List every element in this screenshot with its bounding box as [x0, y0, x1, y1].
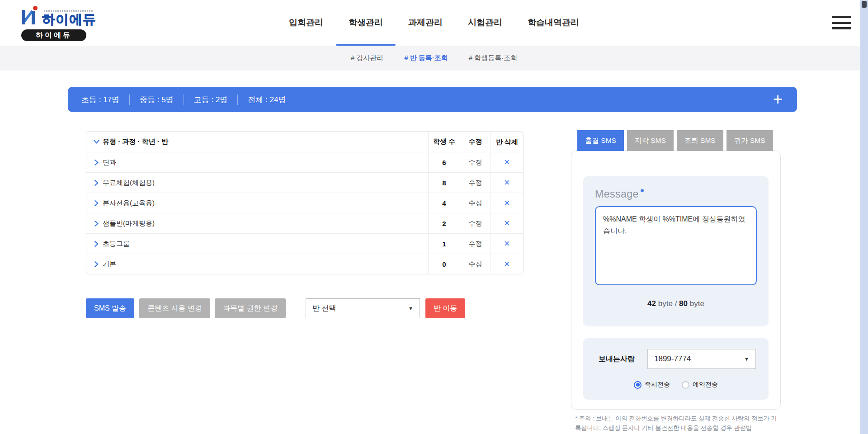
- header: 하이에듀 하이에듀 입회관리 학생관리 과제관리 시험관리 학습내역관리: [0, 0, 868, 45]
- student-count: 2: [428, 213, 460, 233]
- message-label: Message: [595, 188, 644, 200]
- edit-link[interactable]: 수정: [460, 213, 491, 233]
- chevron-down-icon: [94, 140, 99, 144]
- class-group-name: 기본: [103, 260, 116, 269]
- main-nav: 입회관리 학생관리 과제관리 시험관리 학습내역관리: [289, 0, 579, 45]
- sms-notice: * 주의 : 보내는 이의 전화번호를 변경하더라도 실제 전송한 사람의 정보…: [575, 414, 779, 433]
- student-count: 1: [428, 234, 460, 254]
- class-group-name: 초등그룹: [103, 240, 130, 248]
- class-group[interactable]: 단과: [86, 152, 428, 172]
- sender-section: 보내는사람 1899-7774 ▼ 즉시전송 예약전송: [583, 338, 769, 400]
- move-class-button[interactable]: 반 이동: [425, 298, 465, 318]
- subnav: # 강사관리 # 반 등록·조회 # 학생등록·조회: [0, 46, 868, 71]
- sms-tab[interactable]: 조퇴 SMS: [677, 130, 723, 151]
- class-group-name: 본사전용(교육용): [103, 199, 155, 208]
- sms-tab[interactable]: 귀가 SMS: [726, 130, 773, 151]
- table-rows: 단과 6 수정 × 무료체험(체험용) 8 수정 ×: [86, 152, 523, 274]
- nav-item-label: 학습내역관리: [528, 17, 579, 28]
- content-change-button[interactable]: 콘텐츠 사용 변경: [139, 298, 210, 318]
- subject-permission-button[interactable]: 과목별 권한 변경: [215, 298, 286, 318]
- table-row: 단과 6 수정 ×: [86, 152, 523, 172]
- subnav-item-label: # 반 등록·조회: [404, 54, 448, 61]
- edit-link[interactable]: 수정: [460, 193, 491, 213]
- required-dot-icon: [641, 189, 644, 192]
- subnav-item-label: # 학생등록·조회: [469, 54, 518, 61]
- class-group[interactable]: 무료체험(체험용): [86, 173, 428, 193]
- message-section: Message %%NAME 학생이 %%TIME에 정상등원하였습니다. 42…: [583, 176, 769, 326]
- table-row: 무료체험(체험용) 8 수정 ×: [86, 172, 523, 193]
- byte-counter: 42 byte / 80 byte: [595, 299, 757, 308]
- add-class-button[interactable]: +: [770, 91, 785, 108]
- edit-link[interactable]: 수정: [460, 234, 491, 254]
- sender-select-value: 1899-7774: [654, 354, 691, 363]
- nav-item-label: 입회관리: [289, 17, 323, 28]
- sms-tabs: 출결 SMS 지각 SMS 조퇴 SMS 귀가 SMS: [577, 130, 773, 151]
- class-table: 유형 · 과정 · 학년 · 반 학생 수 수정 반 삭제 단과 6 수정 ×: [86, 131, 524, 274]
- chevron-right-icon: [94, 160, 99, 165]
- radio-icon: [634, 381, 642, 389]
- send-mode-radio[interactable]: 예약전송: [682, 381, 718, 389]
- delete-class-icon[interactable]: ×: [491, 152, 523, 172]
- edit-link[interactable]: 수정: [460, 152, 491, 172]
- nav-item[interactable]: 입회관리: [289, 0, 323, 45]
- nav-item-label: 과제관리: [408, 17, 443, 28]
- subnav-item[interactable]: # 반 등록·조회: [404, 54, 448, 62]
- summary-stat: 중등 : 5명: [129, 94, 174, 105]
- nav-item-label: 시험관리: [468, 17, 502, 28]
- sms-tab-label: 조퇴 SMS: [684, 136, 716, 146]
- subnav-item[interactable]: # 학생등록·조회: [469, 54, 518, 62]
- logo-mark-icon: [20, 5, 38, 26]
- sender-select[interactable]: 1899-7774 ▼: [647, 349, 756, 369]
- scrollbar[interactable]: [860, 0, 868, 434]
- table-header-count: 학생 수: [428, 132, 460, 152]
- table-header-main[interactable]: 유형 · 과정 · 학년 · 반: [86, 132, 428, 152]
- edit-link[interactable]: 수정: [460, 173, 491, 193]
- subnav-item[interactable]: # 강사관리: [351, 54, 384, 62]
- sms-tab[interactable]: 출결 SMS: [577, 130, 624, 151]
- sender-label: 보내는사람: [599, 354, 635, 364]
- student-count: 8: [428, 173, 460, 193]
- delete-class-icon[interactable]: ×: [491, 173, 523, 193]
- menu-icon[interactable]: [832, 16, 851, 29]
- table-row: 본사전용(교육용) 4 수정 ×: [86, 193, 523, 213]
- nav-item[interactable]: 시험관리: [468, 0, 502, 45]
- send-mode-options: 즉시전송 예약전송: [592, 381, 760, 389]
- delete-class-icon[interactable]: ×: [491, 213, 523, 233]
- logo[interactable]: 하이에듀 하이에듀: [20, 5, 96, 41]
- sms-tab[interactable]: 지각 SMS: [627, 130, 674, 151]
- summary-stat: 초등 : 17명: [81, 94, 119, 105]
- message-input[interactable]: %%NAME 학생이 %%TIME에 정상등원하였습니다.: [595, 206, 757, 285]
- delete-class-icon[interactable]: ×: [491, 234, 523, 254]
- delete-class-icon[interactable]: ×: [491, 254, 523, 274]
- chevron-right-icon: [94, 221, 99, 226]
- class-group[interactable]: 초등그룹: [86, 234, 428, 254]
- nav-item[interactable]: 과제관리: [408, 0, 443, 45]
- class-group[interactable]: 기본: [86, 254, 428, 274]
- radio-label: 즉시전송: [645, 381, 670, 389]
- logo-badge: 하이에듀: [21, 29, 86, 41]
- chevron-right-icon: [94, 241, 99, 247]
- class-group[interactable]: 본사전용(교육용): [86, 193, 428, 213]
- logo-red-dot: [33, 6, 38, 10]
- nav-item[interactable]: 학생관리: [349, 0, 383, 45]
- class-group[interactable]: 샘플반(마케팅용): [86, 213, 428, 233]
- class-group-name: 단과: [103, 158, 116, 167]
- nav-item[interactable]: 학습내역관리: [528, 0, 579, 45]
- scrollbar-thumb[interactable]: [862, 1, 867, 8]
- class-group-name: 무료체험(체험용): [103, 179, 155, 187]
- edit-link[interactable]: 수정: [460, 254, 491, 274]
- sms-tab-label: 귀가 SMS: [734, 136, 765, 146]
- class-select-value: 반 선택: [312, 304, 336, 313]
- student-count: 4: [428, 193, 460, 213]
- class-group-name: 샘플반(마케팅용): [103, 219, 155, 228]
- send-mode-radio[interactable]: 즉시전송: [634, 381, 670, 389]
- logo-text: 하이에듀: [42, 13, 96, 26]
- table-row: 초등그룹 1 수정 ×: [86, 233, 523, 254]
- class-select[interactable]: 반 선택 ▼: [306, 298, 420, 318]
- summary-stat: 전체 : 24명: [237, 94, 286, 105]
- table-row: 샘플반(마케팅용) 2 수정 ×: [86, 213, 523, 233]
- table-header: 유형 · 과정 · 학년 · 반 학생 수 수정 반 삭제: [86, 132, 523, 152]
- delete-class-icon[interactable]: ×: [491, 193, 523, 213]
- table-row: 기본 0 수정 ×: [86, 254, 523, 274]
- sms-send-button[interactable]: SMS 발송: [86, 298, 134, 318]
